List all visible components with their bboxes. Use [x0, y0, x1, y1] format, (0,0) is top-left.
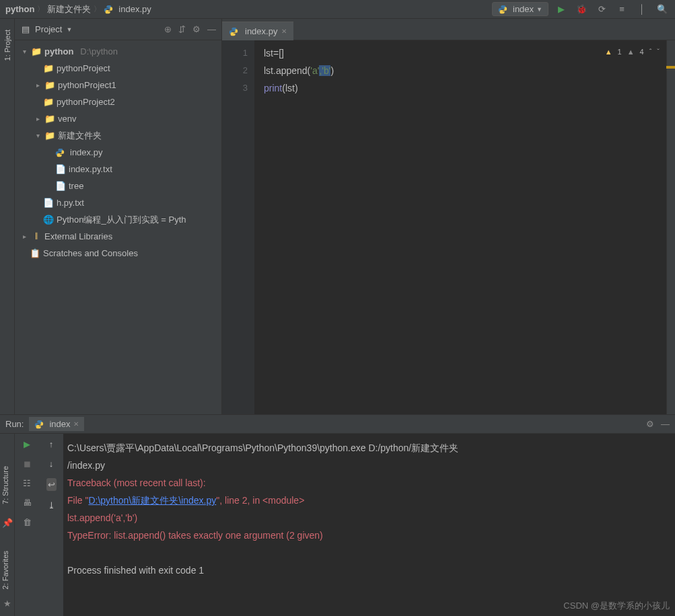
- expand-all-icon[interactable]: ⇵: [178, 24, 186, 34]
- star-icon: ★: [0, 599, 14, 609]
- console-line: lst.append('a','b'): [67, 509, 671, 527]
- python-file-icon: [104, 5, 113, 14]
- tree-label: h.py.txt: [57, 198, 84, 208]
- settings-icon[interactable]: ⚙: [192, 24, 201, 34]
- editor-tab-label: index.py: [245, 26, 277, 36]
- tree-item-folder[interactable]: ▸📁pythonProject1: [15, 77, 221, 93]
- tree-item-folder[interactable]: ▾📁新建文件夹: [15, 127, 221, 144]
- debug-button[interactable]: 🐞: [574, 2, 589, 17]
- tree-item-folder[interactable]: 📁pythonProject: [15, 60, 221, 77]
- chevron-down-icon: ▼: [536, 6, 542, 13]
- chevron-down-icon[interactable]: ▼: [66, 26, 72, 33]
- separator: │: [635, 2, 649, 17]
- tree-label: pythonProject: [57, 63, 110, 73]
- inspection-widget[interactable]: ▲1 ▲4 ˆ ˇ: [605, 43, 660, 61]
- tree-label: tree: [69, 181, 83, 191]
- chevron-down-icon[interactable]: ▾: [20, 48, 28, 55]
- code-editor[interactable]: 1 2 3 lst=[] lst.append('a','b') print(l…: [222, 40, 675, 414]
- scratches-icon: 📋: [30, 248, 40, 259]
- run-tab[interactable]: index ✕: [29, 417, 83, 431]
- code-line[interactable]: lst.append('a','b'): [264, 62, 666, 79]
- scroll-to-end-button[interactable]: ⤓: [48, 500, 55, 510]
- tree-item-file[interactable]: 📄h.py.txt: [15, 194, 221, 211]
- editor-tab[interactable]: index.py ✕: [222, 22, 293, 40]
- tree-label: index.py: [70, 147, 102, 157]
- hide-icon[interactable]: —: [661, 419, 670, 429]
- tree-label: Scratches and Consoles: [43, 248, 138, 258]
- crumb-folder[interactable]: 新建文件夹: [47, 3, 91, 15]
- project-tool-tab[interactable]: 1: Project: [2, 24, 13, 66]
- console-line: C:\Users\贾露平\AppData\Local\Programs\Pyth…: [67, 439, 671, 457]
- close-icon[interactable]: ✕: [73, 420, 79, 428]
- weak-warning-icon: ▲: [627, 43, 635, 61]
- line-number: 2: [222, 62, 248, 79]
- chevron-up-icon[interactable]: ˆ: [649, 43, 652, 61]
- tree-item-folder[interactable]: 📁pythonProject2: [15, 93, 221, 110]
- line-number: 1: [222, 44, 248, 62]
- structure-tool-tab[interactable]: 7: Structure: [0, 461, 11, 510]
- console-line: Traceback (most recent call last):: [67, 474, 671, 492]
- warning-icon: ▲: [605, 43, 612, 61]
- search-everywhere-button[interactable]: 🔍: [655, 2, 670, 17]
- select-opened-file-icon[interactable]: ⊕: [164, 24, 172, 34]
- line-gutter: 1 2 3: [222, 40, 254, 414]
- layout-icon[interactable]: ☷: [23, 478, 31, 488]
- tree-item-scratches[interactable]: 📋Scratches and Consoles: [15, 245, 221, 262]
- print-button[interactable]: 🖶: [23, 498, 32, 508]
- crumb-file[interactable]: index.py: [118, 4, 151, 14]
- close-icon[interactable]: ✕: [281, 28, 287, 35]
- hide-icon[interactable]: —: [207, 24, 216, 34]
- tree-label: 新建文件夹: [58, 130, 102, 142]
- tree-path: D:\python: [80, 46, 118, 56]
- tree-item-external-libs[interactable]: ▸𝄃External Libraries: [15, 228, 221, 245]
- folder-icon: 📁: [44, 80, 55, 91]
- tree-item-folder[interactable]: ▸📁venv: [15, 110, 221, 127]
- run-panel-title: Run:: [5, 419, 24, 429]
- tree-label: pythonProject2: [57, 97, 115, 107]
- up-arrow-icon[interactable]: ↑: [49, 439, 54, 449]
- tree-label: index.py.txt: [69, 164, 112, 174]
- text-file-icon: 📄: [55, 164, 66, 175]
- profile-button[interactable]: ≡: [614, 2, 629, 17]
- softwrap-button[interactable]: ↩: [46, 478, 57, 491]
- breadcrumb[interactable]: python 〉 新建文件夹 〉 index.py: [5, 3, 151, 15]
- rerun-button[interactable]: ▶: [24, 439, 30, 449]
- chevron-down-icon[interactable]: ˇ: [657, 43, 660, 61]
- python-icon: [498, 5, 507, 14]
- pin-icon[interactable]: 📌: [0, 518, 14, 528]
- stop-button[interactable]: ◼: [24, 459, 31, 469]
- console-line: File "D:\python\新建文件夹\index.py", line 2,…: [67, 492, 671, 509]
- tree-root[interactable]: ▾ 📁 python D:\python: [15, 43, 221, 60]
- folder-icon: 📁: [31, 46, 42, 57]
- run-config-label: index: [513, 4, 534, 14]
- tree-item-file[interactable]: 📄tree: [15, 178, 221, 194]
- project-panel-title: Project: [35, 24, 62, 34]
- coverage-button[interactable]: ⟳: [594, 2, 609, 17]
- tree-item-file[interactable]: index.py: [15, 144, 221, 161]
- libraries-icon: 𝄃: [31, 231, 42, 242]
- gear-icon[interactable]: ⚙: [646, 419, 654, 429]
- project-tree[interactable]: ▾ 📁 python D:\python 📁pythonProject ▸📁py…: [15, 40, 221, 414]
- editor-scrollbar[interactable]: [666, 40, 675, 414]
- delete-button[interactable]: 🗑: [23, 517, 32, 527]
- tree-label: python: [44, 46, 73, 56]
- tree-label: venv: [58, 114, 76, 124]
- file-link[interactable]: D:\python\新建文件夹\index.py: [88, 495, 216, 506]
- folder-icon: 📁: [43, 63, 54, 74]
- chevron-right-icon[interactable]: ▸: [20, 233, 28, 240]
- code-line[interactable]: print(lst): [264, 79, 666, 97]
- console-line: Process finished with exit code 1: [67, 562, 671, 579]
- down-arrow-icon[interactable]: ↓: [49, 459, 54, 469]
- chevron-right-icon[interactable]: ▸: [34, 115, 42, 122]
- tree-item-file[interactable]: 🌐Python编程_从入门到实践 = Pyth: [15, 211, 221, 228]
- run-button[interactable]: ▶: [554, 2, 569, 17]
- console-output[interactable]: C:\Users\贾露平\AppData\Local\Programs\Pyth…: [63, 434, 675, 616]
- tree-item-file[interactable]: 📄index.py.txt: [15, 161, 221, 178]
- crumb-root[interactable]: python: [5, 4, 34, 14]
- tree-label: Python编程_从入门到实践 = Pyth: [57, 214, 186, 226]
- chevron-down-icon[interactable]: ▾: [34, 132, 42, 139]
- console-line: TypeError: list.append() takes exactly o…: [67, 527, 671, 544]
- favorites-tool-tab[interactable]: 2: Favorites: [0, 545, 11, 594]
- chevron-right-icon[interactable]: ▸: [34, 81, 42, 89]
- run-config-selector[interactable]: index ▼: [492, 2, 548, 16]
